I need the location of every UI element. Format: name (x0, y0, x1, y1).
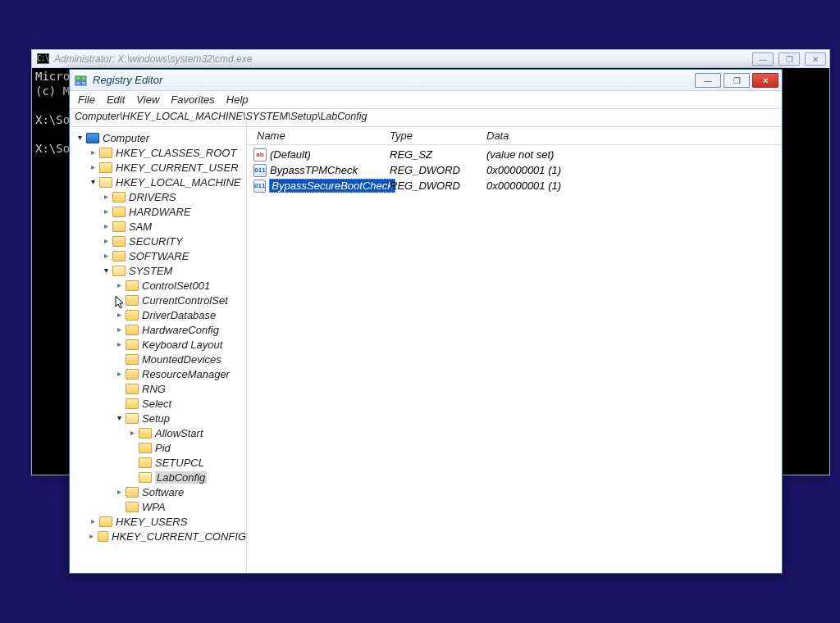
folder-icon (99, 177, 112, 188)
registry-tree[interactable]: Computer HKEY_CLASSES_ROOT HKEY_CURRENT_… (70, 127, 247, 573)
value-row[interactable]: 011BypassTPMCheck REG_DWORD 0x00000001 (… (250, 162, 782, 178)
expand-icon[interactable] (88, 177, 98, 186)
tree-node-setup[interactable]: Setup (70, 411, 246, 425)
folder-icon (126, 325, 139, 335)
folder-icon (126, 295, 139, 306)
regedit-title: Registry Editor (93, 74, 162, 86)
cmd-close-button[interactable]: ✕ (805, 52, 826, 66)
regedit-titlebar[interactable]: Registry Editor — ❐ ✕ (70, 70, 782, 91)
folder-icon (126, 310, 139, 321)
tree-node-hkcc[interactable]: HKEY_CURRENT_CONFIG (70, 529, 246, 543)
tree-node-select[interactable]: Select (70, 396, 246, 411)
tree-node-system[interactable]: SYSTEM (70, 263, 246, 278)
address-bar[interactable]: Computer\HKEY_LOCAL_MACHINE\SYSTEM\Setup… (70, 109, 782, 127)
value-row[interactable]: 011BypassSecureBootCheck REG_DWORD 0x000… (250, 178, 782, 193)
expand-icon[interactable] (88, 531, 96, 540)
tree-node-keyboardlayout[interactable]: Keyboard Layout (70, 337, 246, 352)
column-data[interactable]: Data (486, 130, 782, 142)
tree-node-driverdatabase[interactable]: DriverDatabase (70, 307, 246, 322)
values-pane: Name Type Data ab(Default) REG_SZ (value… (247, 127, 782, 573)
regedit-restore-button[interactable]: ❐ (724, 73, 750, 88)
folder-icon (126, 369, 139, 380)
tree-node-software[interactable]: SOFTWARE (70, 248, 246, 263)
expand-icon[interactable] (114, 325, 124, 334)
folder-icon (126, 384, 139, 394)
menu-edit[interactable]: Edit (107, 93, 125, 106)
column-type[interactable]: Type (390, 130, 486, 142)
tree-node-controlset001[interactable]: ControlSet001 (70, 278, 246, 293)
values-list[interactable]: ab(Default) REG_SZ (value not set) 011By… (247, 145, 782, 193)
expand-icon[interactable] (114, 487, 124, 496)
svg-rect-3 (81, 81, 86, 85)
menu-help[interactable]: Help (226, 93, 249, 106)
expand-icon[interactable] (88, 148, 98, 157)
regedit-minimize-button[interactable]: — (695, 73, 721, 88)
tree-node-resourcemanager[interactable]: ResourceManager (70, 366, 246, 381)
cmd-minimize-button[interactable]: — (752, 52, 774, 66)
expand-icon[interactable] (88, 162, 98, 171)
string-icon: ab (253, 148, 267, 161)
menu-file[interactable]: File (78, 93, 95, 106)
tree-node-wpa[interactable]: WPA (70, 499, 246, 514)
folder-icon (99, 516, 112, 527)
dword-icon: 011 (253, 164, 267, 177)
folder-icon (126, 339, 139, 350)
tree-node-allowstart[interactable]: AllowStart (70, 425, 246, 440)
expand-icon[interactable] (101, 207, 111, 216)
expand-icon[interactable] (101, 192, 111, 201)
tree-node-hardwareconfig[interactable]: HardwareConfig (70, 322, 246, 337)
tree-node-security[interactable]: SECURITY (70, 234, 246, 248)
column-name[interactable]: Name (250, 130, 390, 142)
expand-icon[interactable] (127, 428, 137, 437)
tree-node-hkcu[interactable]: HKEY_CURRENT_USER (70, 160, 246, 175)
tree-node-currentcontrolset[interactable]: CurrentControlSet (70, 293, 246, 307)
expand-icon[interactable] (101, 236, 111, 245)
tree-node-drivers[interactable]: DRIVERS (70, 189, 246, 204)
tree-node-hkcr[interactable]: HKEY_CLASSES_ROOT (70, 145, 246, 160)
expand-icon[interactable] (114, 339, 124, 348)
menu-favorites[interactable]: Favorites (171, 93, 214, 106)
expand-icon[interactable] (101, 221, 111, 230)
expand-icon[interactable] (114, 310, 124, 319)
tree-node-hku[interactable]: HKEY_USERS (70, 514, 246, 529)
folder-icon (98, 531, 108, 542)
expand-icon[interactable] (88, 516, 98, 525)
values-column-header[interactable]: Name Type Data (247, 127, 782, 145)
tree-node-labconfig[interactable]: LabConfig (70, 470, 246, 484)
folder-icon (139, 443, 152, 453)
svg-rect-2 (75, 81, 80, 85)
tree-node-hklm[interactable]: HKEY_LOCAL_MACHINE (70, 175, 246, 189)
value-row[interactable]: ab(Default) REG_SZ (value not set) (250, 147, 782, 162)
folder-icon (126, 487, 139, 498)
folder-icon (99, 148, 112, 158)
menu-view[interactable]: View (136, 93, 159, 106)
folder-icon (139, 428, 152, 439)
expand-icon[interactable] (101, 251, 111, 260)
expand-icon[interactable] (114, 369, 124, 378)
cmd-titlebar[interactable]: C:\ Administrator: X:\windows\system32\c… (32, 50, 829, 68)
expand-icon[interactable] (75, 133, 84, 142)
tree-node-computer[interactable]: Computer (70, 130, 246, 145)
address-text: Computer\HKEY_LOCAL_MACHINE\SYSTEM\Setup… (75, 111, 367, 122)
expand-icon[interactable] (101, 266, 111, 275)
expand-icon[interactable] (114, 280, 124, 289)
regedit-close-button[interactable]: ✕ (752, 73, 778, 88)
tree-node-setupcl[interactable]: SETUPCL (70, 455, 246, 470)
tree-node-software2[interactable]: Software (70, 484, 246, 499)
folder-icon (139, 472, 152, 483)
tree-node-hardware[interactable]: HARDWARE (70, 204, 246, 219)
tree-node-sam[interactable]: SAM (70, 219, 246, 234)
computer-icon (86, 133, 99, 143)
folder-icon (126, 502, 139, 512)
menu-bar: File Edit View Favorites Help (70, 91, 782, 109)
tree-node-rng[interactable]: RNG (70, 381, 246, 396)
folder-icon (126, 354, 139, 365)
dword-icon: 011 (253, 180, 266, 193)
cmd-maximize-button[interactable]: ❐ (778, 52, 800, 66)
folder-icon (99, 162, 112, 173)
cmd-icon: C:\ (37, 53, 49, 64)
expand-icon[interactable] (114, 295, 124, 304)
tree-node-mounteddevices[interactable]: MountedDevices (70, 352, 246, 366)
expand-icon[interactable] (114, 413, 124, 422)
tree-node-pid[interactable]: Pid (70, 440, 246, 455)
